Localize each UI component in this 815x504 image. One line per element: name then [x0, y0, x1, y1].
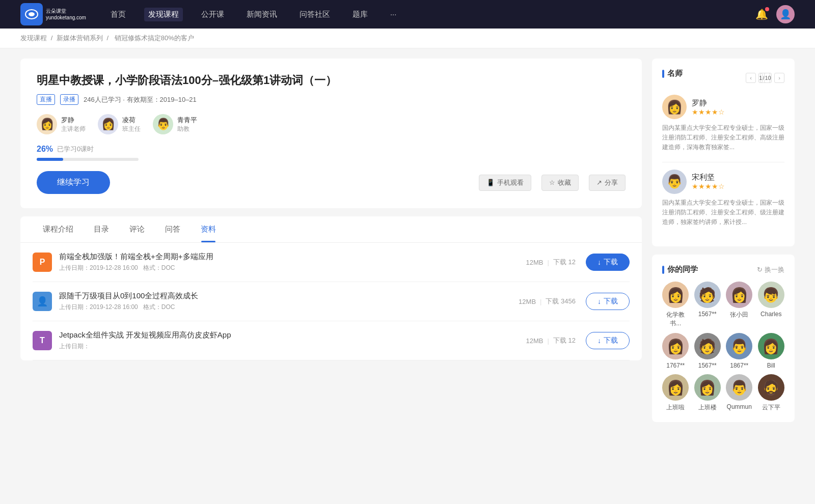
- classmates-title: 你的同学: [662, 265, 698, 274]
- logo-icon: [20, 3, 43, 25]
- refresh-classmates-button[interactable]: ↻ 换一换: [757, 265, 784, 274]
- teacher-1: 👩 凌荷 班主任: [98, 114, 141, 134]
- nav-item-discover[interactable]: 发现课程: [144, 8, 183, 21]
- teachers-list: 👩 罗静 主讲老师 👩 凌荷 班主任: [37, 114, 626, 134]
- main-layout: 明星中教授课，小学阶段语法100分–强化级第1讲动词（一） 直播 录播 246人…: [0, 48, 815, 440]
- classmate-9-name: 上班楼: [698, 403, 717, 412]
- classmate-9-avatar: 👩: [694, 374, 721, 401]
- classmate-10-avatar: 👨: [726, 374, 752, 401]
- classmate-2: 👩 张小田: [726, 282, 753, 328]
- download-icon-0: ↓: [597, 258, 601, 266]
- classmate-2-avatar: 👩: [726, 282, 752, 308]
- classmate-4: 👩 1767**: [662, 333, 689, 369]
- breadcrumb-sep-1: /: [106, 34, 110, 42]
- mobile-view-button[interactable]: 📱 手机观看: [479, 175, 531, 191]
- classmate-5-avatar: 🧑: [694, 333, 721, 359]
- nav-item-public[interactable]: 公开课: [197, 8, 228, 21]
- breadcrumb-sep-0: /: [51, 34, 55, 42]
- classmate-8: 👩 上班啦: [662, 374, 689, 412]
- sidebar-teacher-0-name: 罗静: [692, 98, 725, 108]
- resource-meta-2: 上传日期：: [59, 342, 526, 351]
- navbar: 云朵课堂 yundoketang.com 首页 发现课程 公开课 新闻资讯 问答…: [0, 0, 815, 29]
- classmate-0-avatar: 👩: [662, 282, 689, 308]
- nav-item-qa[interactable]: 问答社区: [295, 8, 334, 21]
- share-button[interactable]: ↗ 分享: [589, 175, 626, 191]
- user-avatar[interactable]: 👤: [776, 5, 795, 23]
- action-buttons: 📱 手机观看 ☆ 收藏 ↗ 分享: [479, 175, 626, 191]
- download-button-2[interactable]: ↓ 下载: [586, 332, 630, 349]
- resource-size-0: 12MB: [526, 259, 544, 266]
- nav-item-more[interactable]: ···: [386, 8, 401, 21]
- resource-info-1: 跟随千万级项目从0到100全过程高效成长 上传日期：2019-12-28 16:…: [59, 291, 519, 312]
- progress-bar-fill: [37, 158, 63, 161]
- bell-icon[interactable]: 🔔: [755, 8, 768, 20]
- tab-intro[interactable]: 课程介绍: [33, 216, 84, 242]
- content-area: 明星中教授课，小学阶段语法100分–强化级第1讲动词（一） 直播 录播 246人…: [20, 59, 642, 430]
- nav-item-exam[interactable]: 题库: [348, 8, 372, 21]
- resource-size-1: 12MB: [519, 298, 536, 305]
- progress-label: 26% 已学习0课时: [37, 145, 626, 154]
- classmate-3-avatar: 👦: [758, 282, 784, 308]
- star-icon: ☆: [549, 179, 555, 186]
- download-button-1[interactable]: ↓ 下载: [586, 293, 630, 310]
- sidebar-teacher-0-desc: 国内某重点大学安全工程专业硕士，国家一级注册消防工程师、注册安全工程师、高级注册…: [662, 123, 784, 153]
- resource-name-2: Jetpack全组件实战 开发短视频应用高仿皮皮虾App: [59, 330, 526, 340]
- nav-menu: 首页 发现课程 公开课 新闻资讯 问答社区 题库 ···: [106, 8, 755, 21]
- teacher-0-avatar: 👩: [37, 114, 57, 134]
- classmate-9: 👩 上班楼: [694, 374, 721, 412]
- resource-meta-1: 上传日期：2019-12-28 16:00 格式：DOC: [59, 303, 519, 312]
- classmate-1: 🧑 1567**: [694, 282, 721, 328]
- classmate-8-name: 上班啦: [666, 403, 685, 412]
- classmate-6-name: 1867**: [730, 362, 748, 369]
- resource-size-2: 12MB: [526, 337, 544, 345]
- refresh-label: 换一换: [765, 265, 784, 274]
- prev-page-button[interactable]: ‹: [746, 73, 756, 83]
- sidebar: 名师 ‹ 1/10 › 👩 罗静 ★: [652, 59, 795, 430]
- download-button-0[interactable]: ↓ 下载: [586, 254, 630, 271]
- download-icon-1: ↓: [597, 297, 601, 305]
- tab-catalog[interactable]: 目录: [84, 216, 119, 242]
- classmate-0: 👩 化学教书...: [662, 282, 689, 328]
- nav-item-news[interactable]: 新闻资讯: [242, 8, 281, 21]
- logo[interactable]: 云朵课堂 yundoketang.com: [20, 3, 86, 25]
- sidebar-teacher-1: 👨 宋利坚 ★★★★☆ 国内某重点大学安全工程专业硕士，国家一级注册消防工程师、…: [662, 170, 784, 228]
- teacher-0-info: 罗静 主讲老师: [61, 116, 86, 133]
- classmate-10-name: Qummun: [727, 403, 752, 410]
- tab-review[interactable]: 评论: [119, 216, 155, 242]
- sidebar-teacher-0-details: 罗静 ★★★★☆: [692, 98, 725, 116]
- classmates-grid: 👩 化学教书... 🧑 1567** 👩 张小田 👦 Charles: [662, 282, 784, 412]
- resource-icon-2: T: [33, 331, 52, 350]
- continue-learning-button[interactable]: 继续学习: [37, 171, 110, 194]
- classmate-6-avatar: 👨: [726, 333, 752, 359]
- resource-downloads-2: 下载 12: [553, 336, 576, 345]
- nav-item-home[interactable]: 首页: [106, 8, 130, 21]
- logo-text: 云朵课堂 yundoketang.com: [46, 8, 86, 21]
- resource-info-2: Jetpack全组件实战 开发短视频应用高仿皮皮虾App 上传日期：: [59, 330, 526, 351]
- resource-list: P 前端全栈加强版！前端全栈+全周期+多端应用 上传日期：2019-12-28 …: [20, 243, 642, 360]
- tab-resource[interactable]: 资料: [191, 216, 226, 242]
- breadcrumb-link-1[interactable]: 新媒体营销系列: [57, 34, 103, 42]
- favorite-label: 收藏: [558, 178, 571, 187]
- sidebar-teacher-0-top: 👩 罗静 ★★★★☆: [662, 95, 784, 119]
- teacher-0-role: 主讲老师: [61, 125, 86, 133]
- next-page-button[interactable]: ›: [774, 73, 784, 83]
- classmate-1-avatar: 🧑: [694, 282, 721, 308]
- resource-downloads-0: 下载 12: [553, 258, 576, 267]
- resource-meta-0: 上传日期：2019-12-28 16:00 格式：DOC: [59, 264, 526, 272]
- sidebar-teacher-1-desc: 国内某重点大学安全工程专业硕士，国家一级注册消防工程师、注册安全工程师、级注册建…: [662, 198, 784, 228]
- tabs-nav: 课程介绍 目录 评论 问答 资料: [20, 216, 642, 243]
- classmate-5-name: 1567**: [698, 362, 717, 369]
- course-meta: 直播 录播 246人已学习 · 有效期至：2019–10–21: [37, 94, 626, 105]
- resource-info-0: 前端全栈加强版！前端全栈+全周期+多端应用 上传日期：2019-12-28 16…: [59, 252, 526, 272]
- classmate-4-avatar: 👩: [662, 333, 689, 359]
- teacher-pagination: ‹ 1/10 ›: [746, 73, 784, 83]
- sidebar-teacher-0-stars: ★★★★☆: [692, 108, 725, 116]
- badge-rec: 录播: [60, 94, 78, 105]
- sidebar-teacher-1-details: 宋利坚 ★★★★☆: [692, 173, 725, 190]
- tab-qa[interactable]: 问答: [155, 216, 191, 242]
- resource-name-1: 跟随千万级项目从0到100全过程高效成长: [59, 291, 519, 301]
- sidebar-teacher-1-name: 宋利坚: [692, 173, 725, 182]
- tabs-card: 课程介绍 目录 评论 问答 资料 P 前端全栈加强版！前端全栈+全周期+多端应用…: [20, 216, 642, 360]
- favorite-button[interactable]: ☆ 收藏: [541, 175, 579, 191]
- breadcrumb-link-0[interactable]: 发现课程: [20, 34, 47, 42]
